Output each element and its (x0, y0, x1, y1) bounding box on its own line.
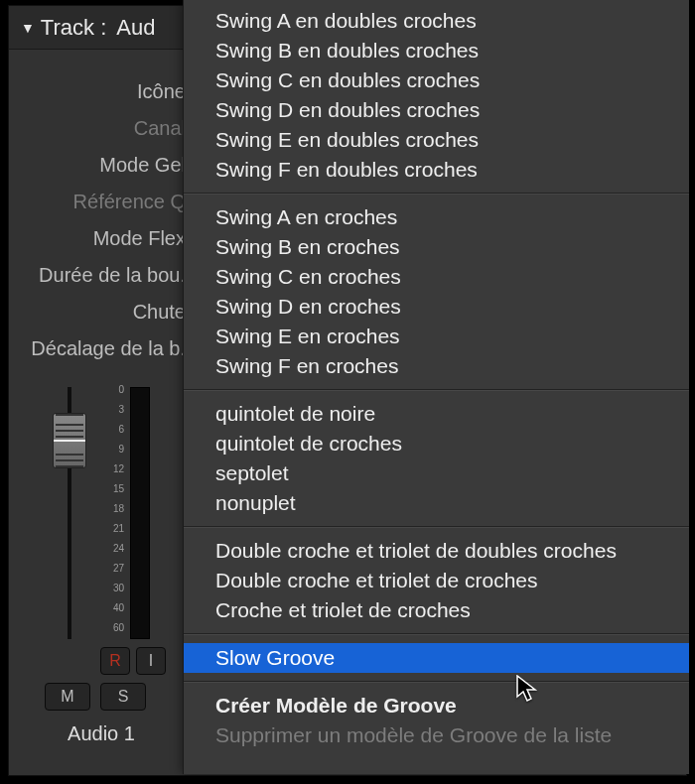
mute-button[interactable]: M (45, 683, 90, 711)
menu-item[interactable]: Swing D en croches (184, 292, 689, 322)
menu-separator (184, 193, 689, 195)
scale-mark: 27 (104, 564, 124, 584)
scale-mark: 15 (104, 484, 124, 504)
meter-scale: 0369121518212427304060 (104, 385, 124, 643)
level-meter (130, 387, 150, 639)
property-label[interactable]: Décalage de la b. (9, 330, 194, 367)
scale-mark: 6 (104, 425, 124, 445)
scale-mark: 30 (104, 584, 124, 603)
channel-strip: 0369121518212427304060 R I M S Audio 1 (9, 385, 194, 742)
menu-item[interactable]: Swing D en doubles croches (184, 95, 689, 125)
menu-separator (184, 389, 689, 391)
property-label[interactable]: Mode Gel (9, 147, 194, 184)
header-label: Track : (41, 15, 106, 41)
menu-item[interactable]: Swing C en doubles croches (184, 65, 689, 95)
input-monitor-button[interactable]: I (136, 647, 166, 675)
rec-input-row: R I (9, 647, 194, 675)
menu-item[interactable]: Swing A en doubles croches (184, 6, 689, 36)
menu-item[interactable]: Double croche et triolet de doubles croc… (184, 536, 689, 566)
menu-item[interactable]: Double croche et triolet de croches (184, 566, 689, 595)
menu-item[interactable]: Swing E en doubles croches (184, 125, 689, 155)
scale-mark: 21 (104, 524, 124, 544)
menu-item-create-template[interactable]: Créer Modèle de Groove (184, 691, 689, 720)
menu-item-selected[interactable]: Slow Groove (184, 643, 689, 673)
property-label[interactable]: Durée de la bou. (9, 257, 194, 294)
menu-item[interactable]: quintolet de noire (184, 399, 689, 429)
property-label[interactable]: Chute (9, 294, 194, 330)
track-name-label[interactable]: Audio 1 (9, 722, 194, 745)
solo-button[interactable]: S (100, 683, 146, 711)
menu-item[interactable]: nonuplet (184, 488, 689, 518)
fader-cap[interactable] (53, 413, 86, 468)
menu-item-delete-template: Supprimer un modèle de Groove de la list… (184, 720, 689, 750)
scale-mark: 60 (104, 623, 124, 643)
menu-separator (184, 633, 689, 635)
volume-fader[interactable] (53, 387, 86, 639)
property-label[interactable]: Icône (9, 73, 194, 110)
menu-item[interactable]: Swing A en croches (184, 202, 689, 232)
record-enable-button[interactable]: R (100, 647, 130, 675)
menu-item[interactable]: Swing C en croches (184, 262, 689, 292)
header-track-name: Aud (116, 15, 155, 41)
scale-mark: 40 (104, 603, 124, 623)
property-label[interactable]: Mode Flex (9, 220, 194, 257)
mute-solo-row: M S (9, 683, 194, 711)
menu-separator (184, 681, 689, 683)
property-label[interactable]: Canal (9, 110, 194, 147)
scale-mark: 9 (104, 445, 124, 464)
property-label[interactable]: Référence Q (9, 184, 194, 220)
menu-item[interactable]: Swing B en doubles croches (184, 36, 689, 65)
menu-item[interactable]: quintolet de croches (184, 429, 689, 458)
quantize-popup-menu[interactable]: Swing A en doubles crochesSwing B en dou… (183, 0, 689, 774)
menu-item[interactable]: Swing F en doubles croches (184, 155, 689, 185)
scale-mark: 24 (104, 544, 124, 564)
scale-mark: 12 (104, 464, 124, 484)
scale-mark: 0 (104, 385, 124, 405)
menu-item[interactable]: Swing F en croches (184, 351, 689, 381)
disclosure-triangle-icon[interactable]: ▼ (21, 20, 35, 36)
menu-item[interactable]: Swing E en croches (184, 322, 689, 351)
scale-mark: 18 (104, 504, 124, 524)
menu-item[interactable]: Croche et triolet de croches (184, 595, 689, 625)
menu-item[interactable]: septolet (184, 458, 689, 488)
property-labels: IcôneCanalMode GelRéférence QMode FlexDu… (9, 50, 194, 367)
menu-item[interactable]: Swing B en croches (184, 232, 689, 262)
scale-mark: 3 (104, 405, 124, 425)
menu-separator (184, 526, 689, 528)
